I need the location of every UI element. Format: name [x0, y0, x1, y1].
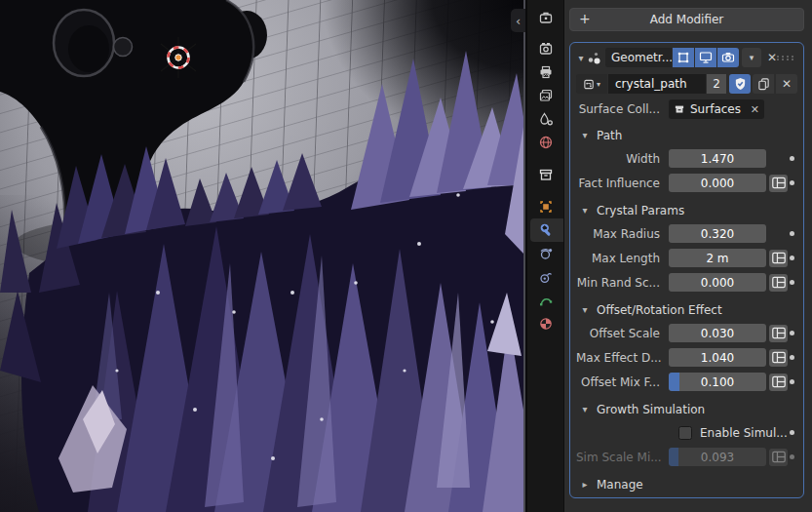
- animate-dot[interactable]: [790, 454, 794, 459]
- chevron-down-icon: ▾: [579, 404, 591, 414]
- tab-render-properties[interactable]: [527, 37, 563, 60]
- 3d-viewport[interactable]: ‹: [0, 0, 527, 512]
- param-row-enable-simul: Enable Simul...: [570, 420, 803, 445]
- param-row-max-radius: Max Radius0.320: [570, 221, 803, 246]
- param-row-fact-influence: Fact Influence0.000: [570, 171, 803, 195]
- plus-icon: +: [579, 12, 591, 25]
- surface-collection-value: Surfaces: [685, 102, 751, 116]
- attribute-toggle-button[interactable]: [769, 325, 788, 342]
- wrench-icon: [539, 222, 555, 238]
- param-row-offset-scale: Offset Scale0.030: [570, 321, 803, 345]
- tab-physics-properties[interactable]: [527, 242, 563, 265]
- drag-handle[interactable]: [777, 56, 795, 60]
- modifier-name-field[interactable]: Geometr...: [605, 48, 672, 67]
- chevron-down-icon: ▾: [597, 80, 600, 89]
- modifier-properties-panel: + Add Modifier ▾ Geometr...: [564, 0, 812, 512]
- tab-view-layer-properties[interactable]: [527, 84, 563, 107]
- tab-collection-properties[interactable]: [527, 163, 563, 186]
- param-row-max-effect-d: Max Effect D...1.040: [570, 345, 803, 370]
- tab-tool-properties[interactable]: [527, 6, 563, 29]
- value-field-offset-mix-f[interactable]: 0.100: [669, 373, 766, 391]
- node-group-name-field[interactable]: crystal_path: [608, 74, 706, 94]
- value-field-offset-scale[interactable]: 0.030: [669, 324, 766, 342]
- geometry-nodes-modifier-panel: ▾ Geometr...: [569, 42, 804, 498]
- modifier-extras-menu[interactable]: ▾: [742, 48, 761, 67]
- camera-back-icon: [538, 41, 554, 57]
- node-tree-icon: [583, 78, 596, 91]
- browse-node-group-button[interactable]: ▾: [576, 74, 607, 94]
- attribute-toggle-button[interactable]: [769, 374, 788, 391]
- clear-collection-button[interactable]: ✕: [751, 103, 759, 116]
- input-attribute-icon: [772, 451, 786, 463]
- toggle-render-display[interactable]: [717, 48, 739, 67]
- material-sphere-icon: [538, 316, 554, 332]
- collection-box-icon: [674, 103, 685, 115]
- animate-dot[interactable]: [790, 355, 794, 360]
- tab-curve-data-properties[interactable]: [527, 289, 563, 312]
- chevron-right-icon: ▸: [579, 479, 591, 490]
- chevron-down-icon: ▾: [579, 130, 591, 140]
- tab-object-properties[interactable]: [527, 195, 563, 218]
- unlink-node-group-button[interactable]: ✕: [776, 74, 797, 94]
- add-modifier-button[interactable]: + Add Modifier: [569, 8, 804, 31]
- animate-dot[interactable]: [790, 256, 794, 260]
- checkbox-enable-simul[interactable]: [678, 426, 692, 440]
- tab-modifier-properties[interactable]: [530, 218, 563, 242]
- animate-dot[interactable]: [790, 331, 794, 335]
- value-field-width[interactable]: 1.470: [669, 149, 766, 168]
- tab-material-properties[interactable]: [527, 312, 563, 335]
- input-attribute-icon: [772, 327, 786, 339]
- attribute-toggle-button[interactable]: [769, 449, 788, 466]
- input-attribute-icon: [772, 276, 786, 289]
- users-count-button[interactable]: 2: [707, 74, 726, 94]
- value-field-min-rand-sc[interactable]: 0.000: [669, 273, 766, 292]
- properties-tab-column: [527, 0, 564, 512]
- attribute-toggle-button[interactable]: [769, 349, 788, 367]
- value-field-max-radius[interactable]: 0.320: [669, 224, 766, 243]
- fake-user-shield-button[interactable]: [729, 74, 751, 94]
- collapse-chevron-icon[interactable]: ▾: [575, 53, 587, 63]
- printer-icon: [538, 64, 554, 80]
- viewport-scene: [0, 0, 523, 512]
- copy-node-group-button[interactable]: [753, 74, 774, 94]
- collection-box-icon: [538, 167, 554, 182]
- animate-dot[interactable]: [790, 231, 794, 236]
- sidebar-collapse-arrow[interactable]: ‹: [511, 9, 525, 32]
- value-field-sim-scale-mi[interactable]: 0.093: [669, 448, 766, 466]
- param-row-width: Width1.470: [570, 146, 803, 171]
- chevron-down-icon: ▾: [579, 304, 591, 315]
- tab-constraint-properties[interactable]: [527, 265, 563, 289]
- tab-output-properties[interactable]: [527, 60, 563, 84]
- animate-dot[interactable]: [790, 280, 794, 285]
- attribute-toggle-button[interactable]: [769, 175, 788, 192]
- animate-dot[interactable]: [790, 156, 794, 161]
- surface-collection-label: Surface Coll...: [576, 102, 669, 116]
- animate-dot[interactable]: [790, 379, 794, 384]
- toggle-viewport-display[interactable]: [695, 48, 716, 67]
- surface-collection-field[interactable]: Surfaces ✕: [669, 99, 764, 119]
- blender-window: ‹: [0, 0, 812, 512]
- value-field-max-length[interactable]: 2 m: [669, 249, 766, 267]
- value-field-fact-influence[interactable]: 0.000: [669, 174, 766, 192]
- delete-modifier-button[interactable]: ✕: [767, 51, 777, 64]
- node-group-row: ▾ crystal_path 2 ✕: [576, 73, 797, 95]
- duplicate-icon: [757, 77, 770, 91]
- section-header-manage[interactable]: ▸Manage: [570, 473, 803, 495]
- tab-scene-properties[interactable]: [527, 107, 563, 131]
- render-camera-icon: [721, 51, 735, 64]
- section-header-path[interactable]: ▾Path: [570, 124, 803, 146]
- section-header-offset-rotation-effect[interactable]: ▾Offset/Rotation Effect: [570, 298, 803, 321]
- animate-dot[interactable]: [790, 180, 794, 185]
- section-header-growth-simulation[interactable]: ▾Growth Simulation: [570, 398, 803, 420]
- input-attribute-icon: [772, 252, 786, 264]
- input-attribute-icon: [772, 375, 786, 388]
- tab-world-properties[interactable]: [527, 131, 563, 154]
- input-attribute-icon: [772, 177, 786, 189]
- scene-icon: [538, 111, 554, 127]
- section-header-crystal-params[interactable]: ▾Crystal Params: [570, 199, 803, 221]
- animate-dot[interactable]: [790, 430, 794, 435]
- attribute-toggle-button[interactable]: [769, 250, 788, 267]
- attribute-toggle-button[interactable]: [769, 274, 788, 292]
- toggle-edit-mode-display[interactable]: [673, 48, 694, 67]
- value-field-max-effect-d[interactable]: 1.040: [669, 348, 766, 367]
